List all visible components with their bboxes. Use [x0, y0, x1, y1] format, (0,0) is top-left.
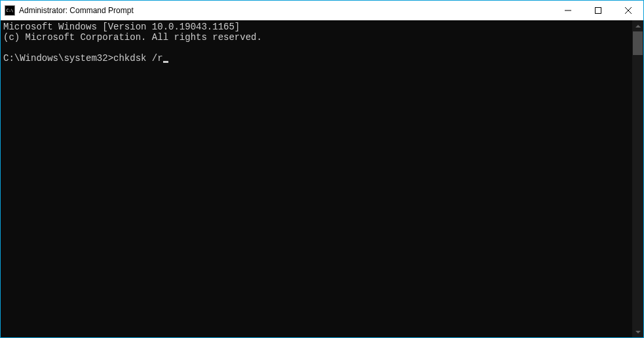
output-line: (c) Microsoft Corporation. All rights re…: [3, 32, 262, 43]
minimize-button[interactable]: [553, 1, 583, 20]
chevron-up-icon: [635, 24, 641, 29]
scroll-down-button[interactable]: [632, 326, 643, 337]
scroll-up-button[interactable]: [632, 20, 643, 31]
terminal-output[interactable]: Microsoft Windows [Version 10.0.19043.11…: [1, 20, 632, 337]
chevron-down-icon: [635, 329, 641, 335]
window-title: Administrator: Command Prompt: [19, 6, 134, 15]
command-input[interactable]: chkdsk /r: [113, 53, 163, 64]
app-icon: [5, 5, 15, 16]
window-frame: Administrator: Command Prompt Microsoft …: [0, 0, 644, 338]
maximize-icon: [595, 7, 601, 14]
cursor: [163, 61, 168, 63]
scroll-thumb[interactable]: [633, 31, 643, 55]
close-icon: [625, 7, 632, 14]
terminal-container: Microsoft Windows [Version 10.0.19043.11…: [1, 20, 643, 337]
minimize-icon: [565, 7, 571, 14]
maximize-button[interactable]: [583, 1, 613, 20]
titlebar[interactable]: Administrator: Command Prompt: [1, 1, 643, 20]
window-controls: [553, 1, 643, 20]
output-line: Microsoft Windows [Version 10.0.19043.11…: [3, 22, 240, 32]
svg-rect-1: [596, 8, 601, 14]
prompt: C:\Windows\system32>: [3, 53, 113, 64]
close-button[interactable]: [613, 1, 643, 20]
scrollbar[interactable]: [632, 20, 643, 337]
